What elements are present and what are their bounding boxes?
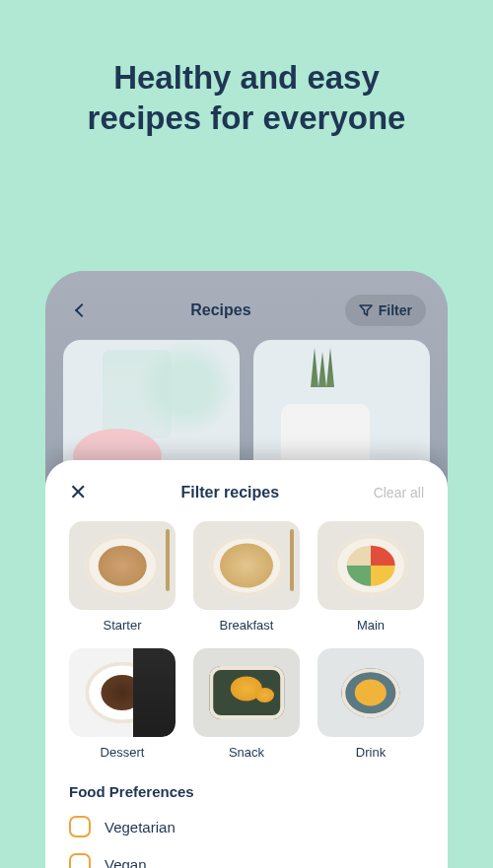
clear-all-button[interactable]: Clear all	[374, 485, 424, 501]
chevron-left-icon	[75, 303, 89, 317]
category-label: Starter	[103, 618, 141, 633]
category-label: Snack	[229, 745, 264, 760]
phone-frame: Recipes Filter ✕ Filter recipes Clear al…	[45, 271, 448, 868]
pref-label: Vegetarian	[105, 819, 176, 835]
hero-line2: recipes for everyone	[88, 100, 406, 136]
category-image	[317, 521, 424, 610]
category-label: Dessert	[101, 745, 145, 760]
category-image	[317, 648, 424, 737]
pref-row-vegetarian[interactable]: Vegetarian	[69, 816, 424, 837]
category-label: Breakfast	[220, 618, 274, 633]
pref-label: Vegan	[105, 856, 147, 869]
category-grid: Starter Breakfast Main Dessert Snack Dri…	[69, 521, 424, 760]
sheet-title: Filter recipes	[181, 484, 280, 501]
filter-button-label: Filter	[379, 302, 412, 318]
hero-title: Healthy and easy recipes for everyone	[0, 57, 493, 139]
category-label: Main	[357, 618, 385, 633]
checkbox-icon	[69, 853, 91, 868]
pref-row-vegan[interactable]: Vegan	[69, 853, 424, 868]
category-label: Drink	[356, 745, 386, 760]
page-title: Recipes	[190, 301, 250, 319]
filter-icon	[359, 304, 373, 316]
hero-line1: Healthy and easy	[113, 59, 380, 96]
close-icon: ✕	[69, 480, 87, 504]
category-image	[193, 648, 300, 737]
category-image	[193, 521, 300, 610]
category-drink[interactable]: Drink	[317, 648, 424, 760]
category-starter[interactable]: Starter	[69, 521, 176, 633]
category-breakfast[interactable]: Breakfast	[193, 521, 300, 633]
checkbox-icon	[69, 816, 91, 837]
filter-sheet: ✕ Filter recipes Clear all Starter Break…	[45, 460, 448, 868]
food-preferences-heading: Food Preferences	[69, 783, 424, 800]
app-header: Recipes Filter	[45, 271, 448, 448]
filter-button[interactable]: Filter	[345, 295, 426, 326]
category-dessert[interactable]: Dessert	[69, 648, 176, 760]
category-main[interactable]: Main	[317, 521, 424, 633]
category-image	[69, 521, 176, 610]
category-image	[69, 648, 176, 737]
close-button[interactable]: ✕	[69, 482, 87, 503]
back-button[interactable]	[67, 296, 97, 325]
category-snack[interactable]: Snack	[193, 648, 300, 760]
